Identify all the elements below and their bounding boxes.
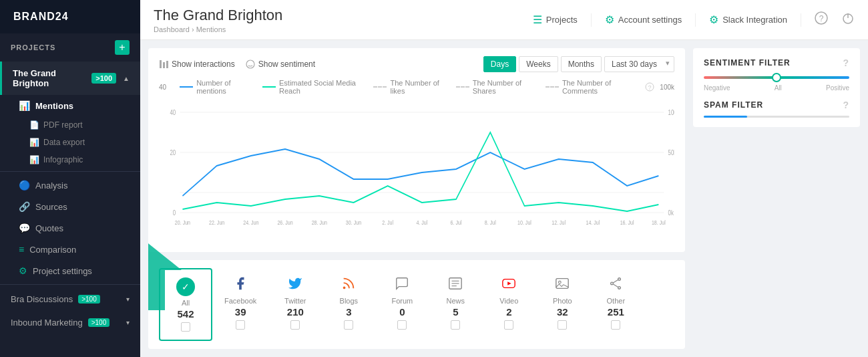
help-icon: ? (815, 11, 828, 25)
legend-reach: Estimated Social Media Reach (262, 79, 363, 95)
blogs-checkbox[interactable] (344, 320, 353, 330)
infographic-label: Infographic (43, 155, 83, 164)
spam-bar-fill (704, 116, 747, 118)
slack-label: Slack Integration (722, 15, 787, 25)
slack-integration-link[interactable]: ⚙ Slack Integration (709, 13, 787, 26)
source-video[interactable]: Video 2 (482, 268, 535, 338)
nav-quotes[interactable]: 💬 Quotes (0, 217, 140, 239)
date-range-select-wrapper[interactable]: Last 30 days Last 7 days Last 90 days (604, 56, 674, 72)
add-project-button[interactable]: + (115, 40, 130, 55)
source-all-count: 542 (177, 308, 194, 320)
sentiment-help-icon[interactable]: ? (843, 57, 849, 68)
sentiment-slider-area: Negative All Positive (704, 76, 849, 92)
svg-text:24. Jun: 24. Jun (243, 219, 258, 226)
spam-filter-title: SPAM FILTER ? (704, 100, 849, 110)
sentiment-slider-thumb[interactable] (772, 73, 781, 82)
svg-point-7 (246, 60, 254, 68)
svg-rect-42 (556, 279, 568, 289)
legend-comments-label: The Number of Comments (562, 79, 634, 95)
source-forum[interactable]: Forum 0 (375, 268, 429, 338)
breadcrumb-mentions[interactable]: Mentions (196, 25, 226, 33)
source-facebook[interactable]: Facebook 39 (212, 268, 268, 338)
nav-infographic[interactable]: 📊 Infographic (0, 151, 140, 168)
svg-text:20. Jun: 20. Jun (175, 219, 190, 226)
chart-toolbar: Show interactions Show sentiment Days We… (159, 56, 674, 72)
svg-text:?: ? (819, 14, 824, 23)
source-all-label: All (182, 299, 190, 307)
news-checkbox[interactable] (451, 320, 460, 330)
y-right-labels: ? 100k (645, 82, 674, 92)
facebook-icon (233, 276, 248, 294)
twitter-checkbox[interactable] (290, 320, 300, 330)
power-icon (841, 11, 855, 25)
chart-legend: 40 Number of mentions Estimated Social M… (159, 79, 674, 95)
spam-help-icon[interactable]: ? (843, 100, 849, 110)
source-all[interactable]: ✓ All 542 (159, 268, 212, 341)
hamburger-icon: ☰ (533, 13, 542, 26)
svg-point-43 (559, 281, 562, 283)
negative-label: Negative (704, 84, 730, 92)
account-settings-link[interactable]: ⚙ Account settings (605, 13, 682, 26)
video-checkbox[interactable] (504, 320, 513, 330)
source-twitter[interactable]: Twitter 210 (268, 268, 322, 338)
date-range-select[interactable]: Last 30 days Last 7 days Last 90 days (604, 56, 674, 72)
sources-section: ✓ All 542 Facebook 39 (148, 260, 685, 349)
source-blogs[interactable]: Blogs 3 (322, 268, 375, 338)
twitter-count: 210 (287, 306, 304, 318)
power-button[interactable] (841, 11, 855, 28)
breadcrumb-sep: › (192, 25, 194, 33)
days-button[interactable]: Days (483, 56, 516, 72)
months-button[interactable]: Months (561, 56, 602, 72)
breadcrumb-dashboard[interactable]: Dashboard (154, 25, 190, 33)
video-label: Video (499, 297, 518, 305)
sentiment-slider-track[interactable] (704, 76, 849, 79)
settings-icon: ⚙ (19, 265, 27, 276)
photo-checkbox[interactable] (558, 320, 567, 330)
source-photo[interactable]: Photo 32 (535, 268, 589, 338)
svg-text:28. Jun: 28. Jun (312, 219, 327, 226)
bra-discussions-badge: >100 (78, 295, 100, 304)
twitter-label: Twitter (284, 297, 306, 305)
legend-mentions-label: Number of mentions (196, 79, 252, 95)
chart-toolbar-left: Show interactions Show sentiment (159, 60, 315, 69)
svg-text:100k: 100k (668, 109, 674, 116)
nav-pdf-report[interactable]: 📄 PDF report (0, 116, 140, 134)
gear-icon: ⚙ (605, 13, 614, 26)
forum-checkbox[interactable] (397, 320, 407, 330)
nav-sources[interactable]: 🔗 Sources (0, 196, 140, 217)
weeks-button[interactable]: Weeks (519, 56, 558, 72)
source-other[interactable]: Other 251 (589, 268, 642, 338)
source-all-checkbox[interactable] (181, 322, 190, 332)
other-icon (608, 276, 623, 294)
chart-help-icon[interactable]: ? (645, 82, 654, 92)
help-button[interactable]: ? (815, 11, 828, 28)
nav-comparison[interactable]: ≡ Comparison (0, 239, 140, 260)
other-project-inbound[interactable]: Inbound Marketing >100 ▾ (0, 311, 140, 334)
sentiment-title-label: SENTIMENT FILTER (704, 58, 791, 68)
other-project-bra[interactable]: Bra Discussions >100 ▾ (0, 287, 140, 311)
blogs-count: 3 (346, 306, 351, 318)
legend-mentions: Number of mentions (180, 79, 252, 95)
blogs-icon (341, 276, 356, 294)
nav-data-export[interactable]: 📊 Data export (0, 134, 140, 151)
news-label: News (447, 297, 465, 305)
svg-text:40: 40 (170, 109, 176, 116)
nav-analysis[interactable]: 🔵 Analysis (0, 174, 140, 196)
svg-text:2. Jul: 2. Jul (382, 219, 393, 226)
show-interactions-button[interactable]: Show interactions (159, 60, 235, 69)
svg-text:8. Jul: 8. Jul (485, 219, 496, 226)
projects-label: Projects (546, 15, 578, 25)
spam-title-label: SPAM FILTER (704, 100, 763, 110)
source-news[interactable]: News 5 (429, 268, 482, 338)
nav-mentions[interactable]: 📊 Mentions (0, 95, 140, 116)
current-project-item[interactable]: The Grand Brighton >100 ▲ (0, 62, 140, 95)
chevron-up-icon: ▲ (123, 75, 130, 82)
projects-link[interactable]: ☰ Projects (533, 13, 578, 26)
bra-discussions-label: Bra Discussions (11, 294, 73, 304)
other-checkbox[interactable] (611, 320, 620, 330)
show-sentiment-button[interactable]: Show sentiment (246, 60, 315, 69)
facebook-checkbox[interactable] (236, 320, 245, 330)
svg-text:14. Jul: 14. Jul (586, 219, 600, 226)
svg-text:30. Jun: 30. Jun (346, 219, 361, 226)
nav-project-settings[interactable]: ⚙ Project settings (0, 260, 140, 281)
